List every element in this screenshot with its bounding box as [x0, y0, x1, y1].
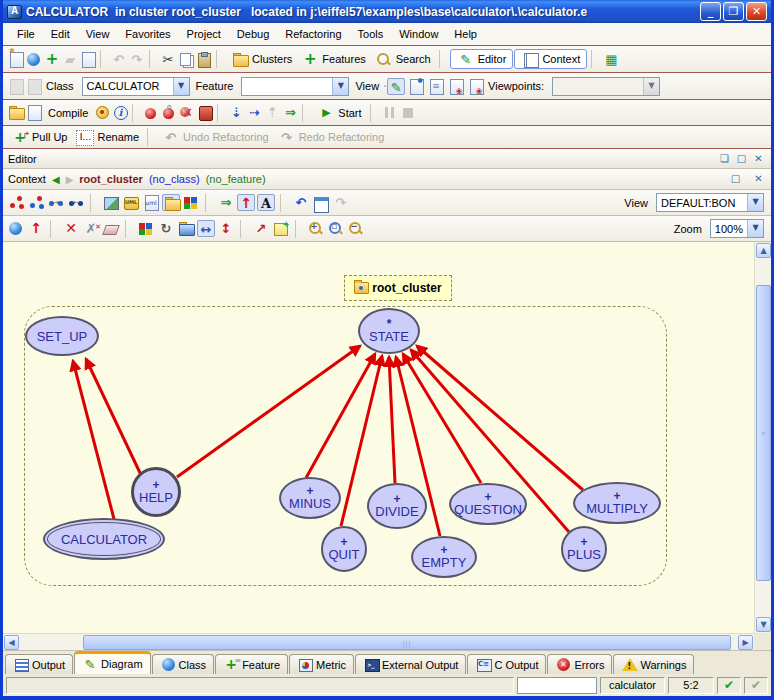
class-node-question[interactable]: + QUESTION [449, 483, 527, 525]
scroll-down-icon[interactable]: ▼ [756, 617, 771, 632]
fill-colors-icon[interactable] [137, 220, 155, 237]
menu-view[interactable]: View [78, 26, 118, 42]
new-class-sphere-icon[interactable] [7, 220, 25, 237]
redo-icon[interactable] [128, 51, 146, 68]
status-search-input[interactable] [517, 677, 597, 694]
undo-icon[interactable] [110, 51, 128, 68]
cluster-legend-icon[interactable] [7, 194, 25, 211]
class-node-help[interactable]: + HELP [131, 467, 181, 517]
vertical-scroll-thumb[interactable]: ≡ [756, 285, 771, 581]
step-over-icon[interactable] [245, 104, 263, 121]
text-mode-icon[interactable] [257, 194, 275, 211]
scroll-left-icon[interactable]: ◀ [4, 635, 19, 650]
chevron-down-icon[interactable]: ▼ [747, 220, 763, 237]
context-feature[interactable]: (no_feature) [206, 173, 266, 185]
seal-icon[interactable] [93, 104, 111, 121]
horizontal-scroll-thumb[interactable]: ||| [83, 635, 731, 650]
save-icon[interactable] [61, 51, 79, 68]
add-item-icon[interactable] [43, 51, 61, 68]
maximize-button[interactable]: ❐ [723, 2, 744, 21]
pause-icon[interactable] [381, 104, 399, 121]
close-pane-icon[interactable]: ✕ [751, 172, 766, 186]
class-node-empty[interactable]: + EMPTY [411, 536, 477, 578]
pull-up-button[interactable]: Pull Up [7, 128, 71, 147]
zoom-out-icon[interactable]: − [347, 220, 365, 237]
remove-anchor-icon[interactable] [82, 220, 100, 237]
tab-c-output[interactable]: C Output [467, 654, 546, 674]
refresh-folder-icon[interactable] [177, 220, 195, 237]
diagram-zoom-combo[interactable]: 100% ▼ [710, 219, 764, 238]
redo-diagram-icon[interactable] [332, 194, 350, 211]
class-legend-icon[interactable] [27, 194, 45, 211]
save-all-icon[interactable] [79, 51, 97, 68]
history-back-icon[interactable]: ◀ [52, 174, 60, 185]
view-contract-icon[interactable] [447, 78, 465, 95]
scroll-right-icon[interactable]: ▶ [738, 635, 753, 650]
eraser-icon[interactable] [102, 220, 120, 237]
tab-warnings[interactable]: Warnings [613, 654, 694, 674]
chevron-down-icon[interactable]: ▼ [332, 78, 348, 95]
tab-metric[interactable]: Metric [289, 654, 354, 674]
class-node-plus[interactable]: + PLUS [561, 526, 607, 572]
back-doc-icon[interactable] [7, 78, 25, 95]
close-pane-icon[interactable]: ✕ [751, 152, 766, 166]
diagram-canvas[interactable]: root_cluster SET_UP * STATE + HELP CALCU… [3, 242, 771, 650]
uml-view-icon[interactable] [122, 194, 140, 211]
history-window-icon[interactable] [312, 194, 330, 211]
menu-file[interactable]: File [9, 26, 43, 42]
class-combo[interactable]: CALCULATOR ▼ [82, 77, 190, 96]
vertical-scrollbar[interactable]: ▲ ≡ ▼ [754, 242, 771, 633]
menu-window[interactable]: Window [391, 26, 446, 42]
class-node-multiply[interactable]: + MULTIPLY [573, 482, 661, 524]
context-cluster[interactable]: root_cluster [79, 173, 143, 185]
open-file-icon[interactable] [25, 51, 43, 68]
menu-edit[interactable]: Edit [43, 26, 78, 42]
minimize-button[interactable]: _ [700, 2, 721, 21]
class-node-state[interactable]: * STATE [358, 308, 420, 354]
delete-item-icon[interactable] [62, 220, 80, 237]
menu-help[interactable]: Help [446, 26, 485, 42]
supplier-legend-icon[interactable] [67, 194, 85, 211]
class-node-quit[interactable]: + QUIT [321, 526, 367, 572]
features-button[interactable]: Features [297, 50, 369, 69]
both-directions-icon[interactable] [197, 220, 215, 237]
diagram-tool-icon[interactable] [602, 51, 620, 68]
undo-diagram-icon[interactable] [292, 194, 310, 211]
sort-vertical-icon[interactable] [217, 220, 235, 237]
stop-icon[interactable] [399, 104, 417, 121]
context-toggle-button[interactable]: Context [514, 49, 587, 69]
run-to-cursor-icon[interactable] [281, 104, 299, 121]
tab-class[interactable]: Class [152, 654, 215, 674]
tab-diagram[interactable]: Diagram [74, 651, 151, 674]
cut-icon[interactable] [159, 51, 177, 68]
crop-folder-icon[interactable] [162, 194, 180, 211]
rename-button[interactable]: Rename [72, 128, 143, 147]
menu-debug[interactable]: Debug [229, 26, 277, 42]
tab-errors[interactable]: Errors [547, 654, 612, 674]
search-button[interactable]: Search [371, 50, 435, 69]
close-button[interactable]: ✕ [746, 2, 767, 21]
link-arrow-icon[interactable] [252, 220, 270, 237]
menu-tools[interactable]: Tools [350, 26, 392, 42]
chevron-down-icon[interactable]: ▼ [747, 194, 763, 211]
horizontal-scrollbar[interactable]: ◀ ||| ▶ [3, 633, 754, 650]
cluster-label[interactable]: root_cluster [344, 275, 452, 301]
clusters-button[interactable]: Clusters [227, 50, 296, 69]
undock-pane-icon[interactable]: ❏ [717, 152, 732, 166]
view-contract2-icon[interactable] [467, 78, 485, 95]
class-node-calculator[interactable]: CALCULATOR [43, 518, 165, 560]
forward-doc-icon[interactable] [25, 78, 43, 95]
menu-refactoring[interactable]: Refactoring [277, 26, 349, 42]
tab-external-output[interactable]: External Output [355, 654, 466, 674]
tab-feature[interactable]: Feature [215, 654, 288, 674]
rotate-icon[interactable] [157, 220, 175, 237]
scroll-up-icon[interactable]: ▲ [756, 243, 771, 258]
client-legend-icon[interactable] [47, 194, 65, 211]
debug-bomb-icon[interactable] [142, 104, 160, 121]
color-window-icon[interactable] [182, 194, 200, 211]
go-to-icon[interactable] [217, 194, 235, 211]
copy-icon[interactable] [177, 51, 195, 68]
context-class[interactable]: (no_class) [149, 173, 200, 185]
inheritance-mode-icon[interactable] [237, 194, 255, 211]
view-pencil-icon[interactable] [387, 78, 405, 95]
